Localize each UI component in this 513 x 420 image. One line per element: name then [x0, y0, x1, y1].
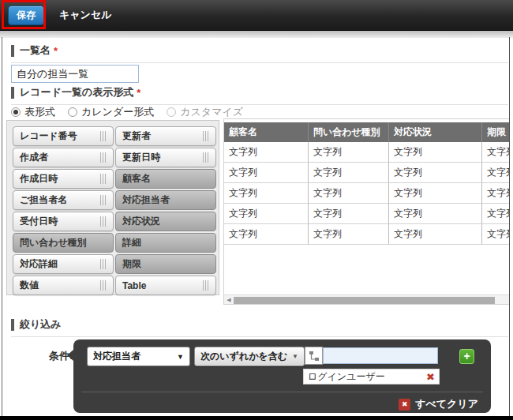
list-preview-panel: 顧客名問い合わせ種別対応状況期限 文字列文字列文字列文字列文字列文字列文字列文字…: [223, 118, 510, 305]
clear-all-label: すべてクリア: [415, 397, 478, 411]
preview-cell: 文字列: [309, 163, 389, 183]
user-org-picker-button[interactable]: [305, 347, 323, 365]
page-bottom-border: [0, 416, 513, 420]
cancel-button[interactable]: キャンセル: [59, 0, 112, 30]
panel-pointer: [67, 350, 73, 361]
section-title: レコード一覧の表示形式: [20, 85, 133, 99]
radio-label: カスタマイズ: [180, 105, 243, 119]
clear-all-button[interactable]: ✖ すべてクリア: [399, 397, 478, 411]
field-button-label: 顧客名: [122, 172, 151, 186]
preview-table-body: 文字列文字列文字列文字列文字列文字列文字列文字列文字列文字列文字列文字列文字列文…: [224, 142, 510, 245]
field-button[interactable]: 更新者: [115, 126, 216, 146]
section-bar: [11, 319, 14, 331]
preview-header-cell[interactable]: 期限: [482, 122, 510, 142]
drag-handle-icon: [203, 280, 209, 291]
field-button: 詳細: [115, 233, 216, 253]
section-bar: [11, 45, 14, 57]
toolbar: 保存 キャンセル: [0, 0, 513, 31]
selected-entity-list: ログインユーザー✖: [303, 369, 440, 386]
field-button[interactable]: 受付日時: [13, 212, 114, 231]
preview-header-cell[interactable]: 顧客名: [224, 122, 309, 142]
field-button-label: 更新者: [122, 129, 151, 143]
field-button-label: レコード番号: [20, 129, 77, 143]
drag-handle-icon: [100, 195, 107, 205]
field-button[interactable]: 更新日時: [115, 148, 216, 167]
scroll-left-icon[interactable]: ◀: [224, 297, 234, 303]
field-button-label: 受付日時: [20, 215, 58, 228]
preview-header-cell[interactable]: 問い合わせ種別: [309, 122, 389, 142]
drag-handle-icon: [100, 280, 107, 291]
field-button-label: 問い合わせ種別: [20, 236, 87, 249]
remove-entity-icon[interactable]: ✖: [426, 372, 435, 382]
preview-cell: 文字列: [389, 224, 482, 245]
toolbar-shadow: [0, 31, 513, 38]
field-button-label: 対応状況: [122, 215, 160, 228]
clear-all-x-icon: ✖: [399, 399, 410, 411]
app-settings-window: 保存 キャンセル 一覧名 * レコード一覧の表示形式 * 表形式カレンダー形式カ…: [0, 0, 513, 420]
field-button[interactable]: レコード番号: [13, 126, 114, 146]
field-button[interactable]: 対応詳細: [13, 254, 114, 274]
field-button: 顧客名: [115, 169, 216, 189]
preview-row: 文字列文字列文字列文字列: [224, 204, 510, 224]
preview-row: 文字列文字列文字列文字列: [224, 224, 510, 245]
field-button[interactable]: ご担当者名: [13, 190, 114, 210]
field-button: 対応状況: [115, 212, 216, 231]
field-button[interactable]: 数値: [13, 276, 114, 295]
preview-cell: 文字列: [389, 183, 482, 204]
org-tree-icon: [309, 351, 320, 362]
section-bar: [11, 87, 14, 99]
field-dropdown[interactable]: 対応担当者 ▼: [87, 347, 190, 366]
required-mark: *: [54, 45, 58, 57]
page-right-edge: [509, 37, 510, 416]
preview-cell: 文字列: [309, 183, 389, 204]
format-radio-option: カスタマイズ: [167, 105, 243, 119]
horizontal-scrollbar[interactable]: ◀: [224, 294, 509, 305]
preview-cell: 文字列: [389, 204, 482, 224]
radio-label: カレンダー形式: [81, 105, 154, 119]
scrollbar-thumb[interactable]: [234, 297, 495, 304]
operator-dropdown[interactable]: 次のいずれかを含む ▼: [194, 347, 305, 366]
field-button: 期限: [115, 254, 216, 274]
drag-handle-icon: [100, 152, 107, 163]
preview-header-cell[interactable]: 対応状況: [389, 122, 482, 142]
format-radio-option[interactable]: カレンダー形式: [68, 105, 154, 119]
entity-search-input[interactable]: [323, 347, 438, 364]
radio-circle-icon[interactable]: [11, 107, 21, 117]
field-button-label: 期限: [122, 257, 141, 271]
drag-handle-icon: [100, 131, 107, 141]
preview-cell: 文字列: [309, 142, 389, 163]
field-button[interactable]: Table: [115, 276, 216, 295]
entity-tag-label: ログインユーザー: [308, 370, 385, 384]
radio-label: 表形式: [24, 105, 55, 119]
save-button[interactable]: 保存: [8, 6, 44, 25]
field-dropdown-value: 対応担当者: [93, 350, 140, 363]
panel-divider: [81, 392, 483, 392]
drag-handle-icon: [203, 131, 209, 141]
add-condition-button[interactable]: +: [459, 349, 474, 364]
preview-cell: 文字列: [482, 204, 510, 224]
filter-condition-panel: 対応担当者 ▼ 次のいずれかを含む ▼ + ログインユーザー✖ ✖ すべてクリア: [73, 339, 491, 413]
field-button[interactable]: 作成者: [13, 148, 114, 167]
preview-cell: 文字列: [224, 183, 309, 204]
list-name-input[interactable]: [11, 65, 139, 83]
radio-circle-icon[interactable]: [68, 107, 77, 117]
chevron-down-icon: ▼: [177, 353, 184, 361]
preview-row: 文字列文字列文字列文字列: [224, 183, 510, 204]
page-left-edge: [2, 37, 2, 416]
preview-cell: 文字列: [482, 142, 510, 163]
field-button: 対応担当者: [115, 190, 216, 210]
field-button-label: 対応詳細: [20, 257, 58, 271]
drag-handle-icon: [100, 259, 107, 269]
format-radio-option[interactable]: 表形式: [11, 105, 55, 119]
operator-dropdown-value: 次のいずれかを含む: [200, 350, 287, 363]
field-palette: レコード番号作成者作成日時ご担当者名受付日時問い合わせ種別対応詳細数値 更新者更…: [6, 120, 219, 295]
drag-handle-icon: [203, 152, 209, 163]
section-filter: 絞り込み: [11, 317, 508, 337]
preview-cell: 文字列: [309, 224, 389, 245]
field-button[interactable]: 作成日時: [13, 169, 114, 189]
field-button-label: 更新日時: [122, 151, 160, 164]
field-button-label: ご担当者名: [20, 193, 67, 207]
preview-cell: 文字列: [224, 204, 309, 224]
preview-cell: 文字列: [389, 142, 482, 163]
drag-handle-icon: [100, 174, 107, 184]
